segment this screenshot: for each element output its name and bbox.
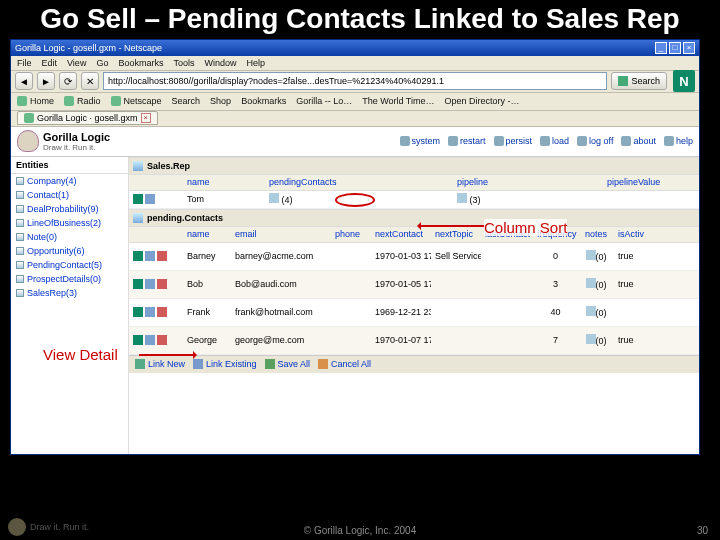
- sidebar-item-prospectdetails[interactable]: ProspectDetails(0): [11, 272, 128, 286]
- sidebar-item-company[interactable]: Company(4): [11, 174, 128, 188]
- col-pipeline[interactable]: pipeline: [453, 175, 603, 190]
- edit-icon[interactable]: [145, 335, 155, 345]
- save-all-button[interactable]: Save All: [265, 359, 311, 369]
- col-pipelinevalue[interactable]: pipelineValue: [603, 175, 683, 190]
- bookmark-opendir[interactable]: Open Directory -…: [445, 96, 520, 106]
- cell-nextcontact: 1970-01-03 17:00:00: [371, 251, 431, 261]
- menu-tools[interactable]: Tools: [173, 58, 194, 68]
- link-existing-button[interactable]: Link Existing: [193, 359, 257, 369]
- sidebar-item-dealprob[interactable]: DealProbability(9): [11, 202, 128, 216]
- bookmark-worldtime[interactable]: The World Time…: [362, 96, 434, 106]
- action-logoff[interactable]: log off: [577, 136, 613, 146]
- menu-go[interactable]: Go: [96, 58, 108, 68]
- bookmark-netscape[interactable]: Netscape: [111, 96, 162, 106]
- detail-icon[interactable]: [133, 307, 143, 317]
- stop-button[interactable]: ✕: [81, 72, 99, 90]
- navbar: ◄ ► ⟳ ✕ http://localhost:8080//gorilla/d…: [11, 71, 699, 93]
- salesrep-title: Sales.Rep: [147, 161, 190, 171]
- menu-bookmarks[interactable]: Bookmarks: [118, 58, 163, 68]
- tab-gosell[interactable]: Gorilla Logic · gosell.gxm ×: [17, 111, 158, 125]
- cell-notes: (0): [578, 250, 614, 262]
- link-new-button[interactable]: Link New: [135, 359, 185, 369]
- menubar: File Edit View Go Bookmarks Tools Window…: [11, 56, 699, 71]
- address-bar[interactable]: http://localhost:8080//gorilla/display?n…: [103, 72, 607, 90]
- reload-button[interactable]: ⟳: [59, 72, 77, 90]
- bookmark-bookmarks[interactable]: Bookmarks: [241, 96, 286, 106]
- cell-isactive: true: [614, 251, 650, 261]
- flag-icon: [133, 161, 143, 171]
- col-phone[interactable]: phone: [331, 227, 371, 242]
- table-tools: Link New Link Existing Save All Cancel A…: [129, 355, 699, 373]
- gear-icon: [400, 136, 410, 146]
- action-help[interactable]: help: [664, 136, 693, 146]
- sidebar-item-salesrep[interactable]: SalesRep(3): [11, 286, 128, 300]
- menu-edit[interactable]: Edit: [42, 58, 58, 68]
- cell-notes: (0): [578, 278, 614, 290]
- delete-icon[interactable]: [157, 251, 167, 261]
- sidebar-item-contact[interactable]: Contact(1): [11, 188, 128, 202]
- col-nexttopic[interactable]: nextTopic: [431, 227, 481, 242]
- menu-help[interactable]: Help: [246, 58, 265, 68]
- edit-icon[interactable]: [145, 307, 155, 317]
- expand-icon[interactable]: [269, 193, 279, 203]
- cell-frequency: 3: [533, 279, 578, 289]
- maximize-button[interactable]: □: [669, 42, 681, 54]
- col-lastcontact[interactable]: lastContact: [481, 227, 533, 242]
- edit-icon[interactable]: [145, 251, 155, 261]
- edit-icon[interactable]: [145, 194, 155, 204]
- expand-icon[interactable]: [586, 278, 596, 288]
- tab-close-icon[interactable]: ×: [141, 113, 151, 123]
- cell-nextcontact: 1969-12-21 23:57:…: [371, 307, 431, 317]
- detail-icon[interactable]: [133, 251, 143, 261]
- edit-icon[interactable]: [145, 279, 155, 289]
- delete-icon[interactable]: [157, 279, 167, 289]
- expand-icon[interactable]: [586, 334, 596, 344]
- sidebar-item-note[interactable]: Note(0): [11, 230, 128, 244]
- search-button[interactable]: Search: [611, 72, 667, 90]
- bookmark-search[interactable]: Search: [172, 96, 201, 106]
- col-name[interactable]: name: [183, 227, 231, 242]
- cell-email: george@me.com: [231, 335, 331, 345]
- back-button[interactable]: ◄: [15, 72, 33, 90]
- action-about[interactable]: about: [621, 136, 656, 146]
- table-row: Georgegeorge@me.com1970-01-07 17:00:007(…: [129, 327, 699, 355]
- bookmark-gorilla[interactable]: Gorilla -- Lo…: [296, 96, 352, 106]
- netscape-icon: [111, 96, 121, 106]
- bookmark-radio[interactable]: Radio: [64, 96, 101, 106]
- col-nextcontact[interactable]: nextContact: [371, 227, 431, 242]
- expand-icon[interactable]: [586, 250, 596, 260]
- sidebar-item-pendingcontact[interactable]: PendingContact(5): [11, 258, 128, 272]
- col-frequency[interactable]: frequency: [533, 227, 578, 242]
- netscape-throbber-icon: N: [673, 70, 695, 92]
- link-icon: [135, 359, 145, 369]
- close-button[interactable]: ×: [683, 42, 695, 54]
- delete-icon[interactable]: [157, 335, 167, 345]
- menu-window[interactable]: Window: [204, 58, 236, 68]
- sidebar-item-opportunity[interactable]: Opportunity(6): [11, 244, 128, 258]
- col-isactive[interactable]: isActiv: [614, 227, 650, 242]
- expand-icon[interactable]: [586, 306, 596, 316]
- forward-button[interactable]: ►: [37, 72, 55, 90]
- cancel-all-button[interactable]: Cancel All: [318, 359, 371, 369]
- cell-nextcontact: 1970-01-07 17:00:00: [371, 335, 431, 345]
- detail-icon[interactable]: [133, 335, 143, 345]
- col-name[interactable]: name: [183, 175, 265, 190]
- col-pendingcontacts[interactable]: pendingContacts: [265, 175, 453, 190]
- sidebar-item-lob[interactable]: LineOfBusiness(2): [11, 216, 128, 230]
- action-persist[interactable]: persist: [494, 136, 533, 146]
- minimize-button[interactable]: _: [655, 42, 667, 54]
- bookmark-home[interactable]: Home: [17, 96, 54, 106]
- detail-icon[interactable]: [133, 194, 143, 204]
- bookmark-shop[interactable]: Shop: [210, 96, 231, 106]
- delete-icon[interactable]: [157, 307, 167, 317]
- search-icon: [618, 76, 628, 86]
- expand-icon[interactable]: [457, 193, 467, 203]
- menu-file[interactable]: File: [17, 58, 32, 68]
- col-email[interactable]: email: [231, 227, 331, 242]
- col-notes[interactable]: notes: [578, 227, 614, 242]
- detail-icon[interactable]: [133, 279, 143, 289]
- menu-view[interactable]: View: [67, 58, 86, 68]
- action-restart[interactable]: restart: [448, 136, 486, 146]
- action-system[interactable]: system: [400, 136, 441, 146]
- action-load[interactable]: load: [540, 136, 569, 146]
